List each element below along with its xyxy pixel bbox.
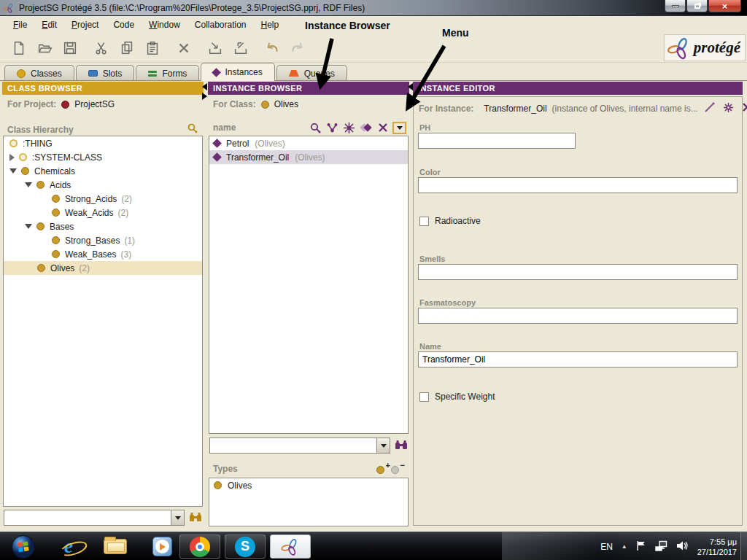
menu-project[interactable]: Project bbox=[64, 18, 106, 32]
import-icon[interactable] bbox=[204, 37, 227, 59]
cut-icon[interactable] bbox=[90, 37, 113, 59]
delete-icon[interactable] bbox=[172, 37, 196, 59]
minimize-button[interactable] bbox=[665, 0, 686, 12]
find-instance-binoculars-icon[interactable] bbox=[395, 440, 408, 452]
specific-weight-checkbox[interactable] bbox=[419, 392, 429, 402]
menu-file[interactable]: File bbox=[6, 18, 34, 32]
tab-queries[interactable]: Queries bbox=[276, 65, 347, 81]
search-instance-icon[interactable] bbox=[307, 120, 324, 135]
close-editor-icon[interactable] bbox=[741, 101, 747, 116]
action-center-flag-icon[interactable] bbox=[636, 540, 646, 553]
internet-explorer-button[interactable]: e bbox=[48, 534, 89, 559]
view-instance-icon[interactable] bbox=[357, 120, 374, 135]
find-class-binoculars-icon[interactable] bbox=[189, 512, 202, 524]
instance-row-petrol[interactable]: Petrol (Olives) bbox=[209, 136, 408, 150]
copy-instance-icon[interactable] bbox=[341, 120, 357, 135]
combobox-dropdown-icon[interactable] bbox=[376, 438, 390, 453]
name-column-header: name bbox=[213, 122, 236, 133]
show-hidden-icons-chevron[interactable]: ▲ bbox=[622, 543, 627, 550]
menu-collaboration[interactable]: Collaboration bbox=[187, 18, 254, 32]
language-indicator[interactable]: EN bbox=[600, 542, 613, 552]
annotate-pencil-icon[interactable] bbox=[703, 101, 716, 116]
export-icon[interactable] bbox=[229, 37, 252, 59]
open-project-icon[interactable] bbox=[33, 37, 56, 59]
create-instance-icon[interactable] bbox=[324, 120, 341, 135]
color-input[interactable] bbox=[418, 177, 738, 193]
menu-help[interactable]: Help bbox=[254, 18, 287, 32]
class-metaclass-icon bbox=[19, 153, 27, 161]
instance-row-transformer-oil[interactable]: Transformer_Oil (Olives) bbox=[209, 150, 408, 164]
decorate-star-icon[interactable] bbox=[722, 101, 735, 116]
tree-row-strong-bases[interactable]: Strong_Bases(1) bbox=[4, 233, 202, 247]
tab-forms[interactable]: Forms bbox=[136, 65, 199, 81]
tab-label: Forms bbox=[162, 69, 187, 79]
undo-icon[interactable] bbox=[260, 37, 284, 59]
instance-menu-dropdown-button[interactable] bbox=[392, 122, 406, 134]
tree-row-bases[interactable]: Bases bbox=[4, 219, 202, 233]
menu-code[interactable]: Code bbox=[106, 18, 142, 32]
search-class-icon[interactable] bbox=[187, 122, 198, 136]
add-type-icon[interactable]: + bbox=[376, 463, 390, 475]
ph-label: PH bbox=[419, 123, 430, 132]
redo-icon[interactable] bbox=[286, 37, 309, 59]
protege-icon bbox=[280, 537, 301, 557]
instance-diamond-icon bbox=[212, 139, 222, 148]
remove-type-icon[interactable]: − bbox=[390, 463, 405, 475]
class-search-combobox[interactable] bbox=[4, 510, 185, 526]
instance-search-combobox[interactable] bbox=[209, 438, 390, 454]
skype-button[interactable]: S bbox=[225, 534, 266, 559]
volume-icon[interactable] bbox=[676, 540, 689, 553]
protege-taskbar-button[interactable] bbox=[270, 534, 311, 559]
new-file-icon[interactable] bbox=[7, 37, 31, 59]
media-player-button[interactable] bbox=[142, 534, 182, 559]
tree-row-weak-bases[interactable]: Weak_Bases(3) bbox=[4, 247, 202, 261]
class-icon bbox=[36, 222, 44, 230]
specific-weight-checkbox-row[interactable]: Specific Weight bbox=[419, 392, 495, 402]
collapse-down-icon[interactable] bbox=[9, 168, 17, 174]
tree-row-acids[interactable]: Acids bbox=[4, 178, 202, 192]
tree-row-thing[interactable]: :THING bbox=[4, 136, 202, 150]
menu-window[interactable]: Window bbox=[142, 18, 187, 32]
show-desktop-button[interactable] bbox=[740, 532, 747, 560]
instance-browser-panel: INSTANCE BROWSER For Class: Olives name … bbox=[208, 82, 409, 529]
annotation-instance-browser: Instance Browser bbox=[305, 20, 390, 31]
tree-row-olives[interactable]: Olives(2) bbox=[4, 261, 202, 275]
delete-instance-icon[interactable] bbox=[374, 120, 391, 135]
combobox-dropdown-icon[interactable] bbox=[171, 510, 184, 525]
menu-edit[interactable]: Edit bbox=[34, 18, 64, 32]
chrome-button[interactable] bbox=[179, 534, 220, 559]
collapse-down-icon[interactable] bbox=[25, 224, 32, 229]
file-explorer-button[interactable] bbox=[95, 534, 136, 559]
collapse-down-icon[interactable] bbox=[25, 182, 32, 187]
save-project-icon[interactable] bbox=[58, 37, 82, 59]
tree-row-system-class[interactable]: :SYSTEM-CLASS bbox=[4, 150, 202, 164]
tab-slots[interactable]: Slots bbox=[76, 65, 135, 81]
paste-icon[interactable] bbox=[141, 37, 164, 59]
radioactive-checkbox-row[interactable]: Radioactive bbox=[419, 216, 481, 226]
splitter-collapse-left-icon[interactable] bbox=[408, 83, 413, 90]
clock[interactable]: 7:55 μμ 27/11/2017 bbox=[697, 537, 737, 557]
tree-row-strong-acids[interactable]: Strong_Acids(2) bbox=[4, 192, 202, 206]
instance-diamond-icon bbox=[212, 68, 222, 77]
close-button[interactable]: × bbox=[708, 0, 741, 12]
ph-input[interactable] bbox=[418, 133, 576, 149]
copy-icon[interactable] bbox=[115, 37, 139, 59]
radioactive-checkbox[interactable] bbox=[419, 217, 429, 226]
restore-button[interactable] bbox=[686, 0, 708, 12]
tab-instances[interactable]: Instances bbox=[201, 63, 274, 81]
splitter-expand-right-icon[interactable] bbox=[408, 93, 413, 100]
network-icon[interactable] bbox=[655, 540, 667, 553]
tab-classes[interactable]: Classes bbox=[4, 65, 74, 81]
class-icon bbox=[21, 167, 29, 175]
start-button[interactable] bbox=[3, 534, 44, 559]
splitter-collapse-left-icon[interactable] bbox=[202, 83, 207, 90]
name-input[interactable] bbox=[418, 351, 738, 368]
type-row-olives[interactable]: Olives bbox=[209, 478, 408, 492]
tree-row-chemicals[interactable]: Chemicals bbox=[4, 164, 202, 178]
fasmatoscopy-input[interactable] bbox=[418, 308, 738, 324]
expand-right-icon[interactable] bbox=[9, 154, 15, 161]
splitter-expand-right-icon[interactable] bbox=[202, 93, 207, 100]
smells-input[interactable] bbox=[418, 264, 738, 280]
tree-row-weak-acids[interactable]: Weak_Acids(2) bbox=[4, 206, 202, 219]
instance-list: Petrol (Olives) Transformer_Oil (Olives) bbox=[209, 136, 409, 434]
